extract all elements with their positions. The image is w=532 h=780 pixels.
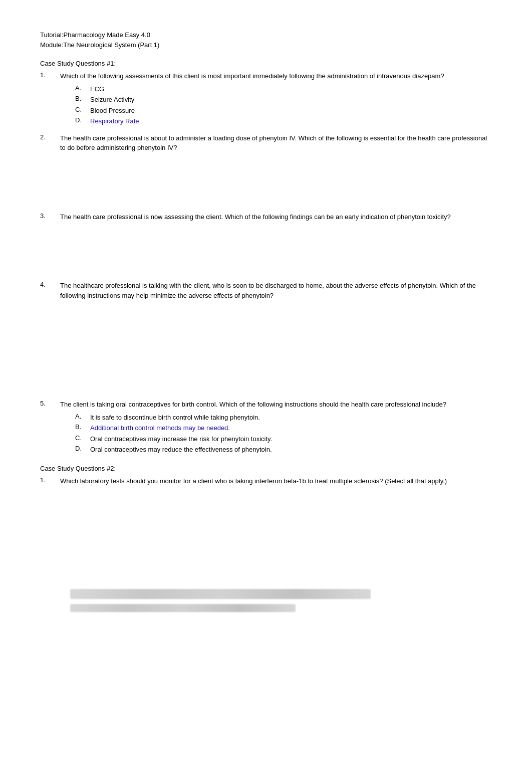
question-4: 4. The healthcare professional is talkin… bbox=[40, 281, 492, 394]
q5-answers: A. It is safe to discontinue birth contr… bbox=[60, 413, 492, 455]
answer-text: It is safe to discontinue birth control … bbox=[90, 413, 260, 423]
blurred-content-area bbox=[40, 589, 492, 612]
question-5: 5. The client is taking oral contracepti… bbox=[40, 400, 492, 456]
answer-text: Oral contraceptives may reduce the effec… bbox=[90, 445, 272, 455]
answer-item: B. Additional birth control methods may … bbox=[60, 423, 492, 433]
case-study-1: Case Study Questions #1: 1. Which of the… bbox=[40, 60, 492, 456]
answer-letter: C. bbox=[75, 434, 90, 442]
page-header: Tutorial:Pharmacology Made Easy 4.0 Modu… bbox=[40, 30, 492, 50]
answer-text-highlighted: Additional birth control methods may be … bbox=[90, 423, 230, 433]
q2-content: The health care professional is about to… bbox=[60, 133, 492, 206]
answer-letter: D. bbox=[75, 445, 90, 452]
answer-item: A. ECG bbox=[60, 84, 492, 94]
answer-text: Blood Pressure bbox=[90, 106, 135, 116]
answer-letter: C. bbox=[75, 106, 90, 113]
case-study-2: Case Study Questions #2: 1. Which labora… bbox=[40, 465, 492, 579]
answer-letter: A. bbox=[75, 84, 90, 92]
answer-item: C. Blood Pressure bbox=[60, 106, 492, 116]
module-line: Module:The Neurological System (Part 1) bbox=[40, 40, 492, 50]
q2-number: 2. bbox=[40, 133, 60, 141]
case-study-1-title: Case Study Questions #1: bbox=[40, 60, 492, 67]
answer-letter: B. bbox=[75, 95, 90, 102]
q3-text: The health care professional is now asse… bbox=[60, 212, 492, 222]
q4-number: 4. bbox=[40, 281, 60, 288]
answer-letter: A. bbox=[75, 413, 90, 420]
case-study-2-title: Case Study Questions #2: bbox=[40, 465, 492, 472]
q1-number: 1. bbox=[40, 71, 60, 79]
answer-item: C. Oral contraceptives may increase the … bbox=[60, 434, 492, 444]
q4-content: The healthcare professional is talking w… bbox=[60, 281, 492, 394]
answer-text-highlighted: Respiratory Rate bbox=[90, 116, 139, 126]
q5-text: The client is taking oral contraceptives… bbox=[60, 400, 492, 410]
q2-text: The health care professional is about to… bbox=[60, 133, 492, 153]
blurred-image bbox=[70, 589, 371, 599]
answer-item: B. Seizure Activity bbox=[60, 95, 492, 105]
q5-number: 5. bbox=[40, 400, 60, 407]
q1-text: Which of the following assessments of th… bbox=[60, 71, 492, 81]
question-2: 2. The health care professional is about… bbox=[40, 133, 492, 206]
q4-text: The healthcare professional is talking w… bbox=[60, 281, 492, 300]
answer-item: D. Respiratory Rate bbox=[60, 116, 492, 126]
questions-list-1: 1. Which of the following assessments of… bbox=[40, 71, 492, 456]
questions-list-2: 1. Which laboratory tests should you mon… bbox=[40, 476, 492, 579]
cs2-q1-text: Which laboratory tests should you monito… bbox=[60, 476, 492, 486]
blurred-image-2 bbox=[70, 604, 296, 612]
tutorial-line: Tutorial:Pharmacology Made Easy 4.0 bbox=[40, 30, 492, 40]
answer-text: ECG bbox=[90, 84, 104, 94]
cs2-q1-number: 1. bbox=[40, 476, 60, 484]
cs2-question-1: 1. Which laboratory tests should you mon… bbox=[40, 476, 492, 579]
q3-number: 3. bbox=[40, 212, 60, 220]
question-3: 3. The health care professional is now a… bbox=[40, 212, 492, 275]
q1-content: Which of the following assessments of th… bbox=[60, 71, 492, 127]
cs2-q1-content: Which laboratory tests should you monito… bbox=[60, 476, 492, 579]
q3-content: The health care professional is now asse… bbox=[60, 212, 492, 275]
answer-item: D. Oral contraceptives may reduce the ef… bbox=[60, 445, 492, 455]
q1-answers: A. ECG B. Seizure Activity C. Blood Pres… bbox=[60, 84, 492, 126]
question-1: 1. Which of the following assessments of… bbox=[40, 71, 492, 127]
answer-text: Seizure Activity bbox=[90, 95, 134, 105]
q5-content: The client is taking oral contraceptives… bbox=[60, 400, 492, 456]
answer-item: A. It is safe to discontinue birth contr… bbox=[60, 413, 492, 423]
answer-letter: B. bbox=[75, 423, 90, 431]
answer-text: Oral contraceptives may increase the ris… bbox=[90, 434, 272, 444]
answer-letter: D. bbox=[75, 116, 90, 124]
